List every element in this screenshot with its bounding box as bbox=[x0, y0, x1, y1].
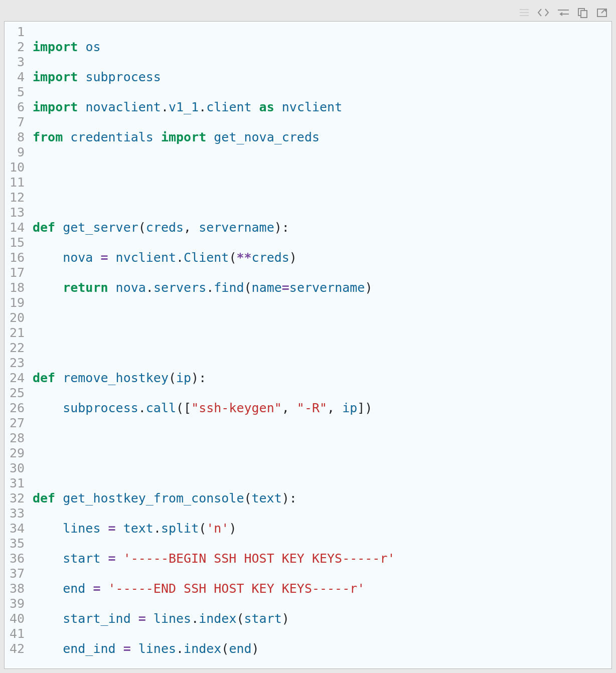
code-icon[interactable] bbox=[537, 7, 550, 18]
line-number: 9 bbox=[8, 145, 25, 160]
menu-icon[interactable] bbox=[519, 7, 530, 18]
code-line bbox=[33, 160, 531, 175]
line-number: 11 bbox=[8, 175, 25, 190]
code-line: return nova.servers.find(name=servername… bbox=[33, 280, 531, 295]
line-number: 16 bbox=[8, 250, 25, 265]
svg-line-8 bbox=[601, 9, 605, 13]
code-line: nova = nvclient.Client(**creds) bbox=[33, 250, 531, 265]
line-number: 14 bbox=[8, 220, 25, 235]
line-number: 38 bbox=[8, 581, 25, 596]
code-line bbox=[33, 431, 531, 446]
line-number: 3 bbox=[8, 55, 25, 70]
code-line: def get_server(creds, servername): bbox=[33, 220, 531, 235]
line-number: 41 bbox=[8, 626, 25, 641]
svg-rect-6 bbox=[581, 11, 587, 18]
code-line bbox=[33, 461, 531, 476]
code-line: from credentials import get_nova_creds bbox=[33, 130, 531, 145]
line-number: 26 bbox=[8, 401, 25, 416]
line-number: 37 bbox=[8, 566, 25, 581]
line-number: 5 bbox=[8, 85, 25, 100]
code-line: import novaclient.v1_1.client as nvclien… bbox=[33, 100, 531, 115]
line-number: 22 bbox=[8, 341, 25, 356]
code-area[interactable]: import os import subprocess import novac… bbox=[30, 25, 531, 669]
popout-icon[interactable] bbox=[596, 7, 608, 18]
line-number: 28 bbox=[8, 431, 25, 446]
line-gutter: 1234567891011121314151617181920212223242… bbox=[5, 25, 30, 669]
code-line bbox=[33, 341, 531, 356]
code-line: def remove_hostkey(ip): bbox=[33, 371, 531, 386]
code-line: start = '-----BEGIN SSH HOST KEY KEYS---… bbox=[33, 551, 531, 566]
toolbar bbox=[4, 4, 612, 21]
line-number: 4 bbox=[8, 70, 25, 85]
wrap-icon[interactable] bbox=[557, 7, 570, 18]
code-panel: 1234567891011121314151617181920212223242… bbox=[4, 21, 612, 669]
code-line: lines = text.split('n') bbox=[33, 521, 531, 536]
code-line bbox=[33, 310, 531, 325]
line-number: 33 bbox=[8, 506, 25, 521]
line-number: 27 bbox=[8, 416, 25, 431]
code-line: subprocess.call(["ssh-keygen", "-R", ip]… bbox=[33, 401, 531, 416]
line-number: 19 bbox=[8, 295, 25, 310]
line-number: 31 bbox=[8, 476, 25, 491]
editor-frame: 1234567891011121314151617181920212223242… bbox=[0, 0, 616, 673]
line-number: 29 bbox=[8, 446, 25, 461]
line-number: 8 bbox=[8, 130, 25, 145]
line-number: 18 bbox=[8, 280, 25, 295]
code-line: end_ind = lines.index(end) bbox=[33, 641, 531, 656]
code-line: import os bbox=[33, 40, 531, 55]
line-number: 34 bbox=[8, 521, 25, 536]
line-number: 20 bbox=[8, 310, 25, 325]
line-number: 10 bbox=[8, 160, 25, 175]
line-number: 36 bbox=[8, 551, 25, 566]
line-number: 2 bbox=[8, 40, 25, 55]
line-number: 30 bbox=[8, 461, 25, 476]
line-number: 39 bbox=[8, 596, 25, 611]
copy-icon[interactable] bbox=[577, 7, 589, 18]
line-number: 7 bbox=[8, 115, 25, 130]
line-number: 23 bbox=[8, 356, 25, 371]
line-number: 13 bbox=[8, 205, 25, 220]
code-line: end = '-----END SSH HOST KEY KEYS-----r' bbox=[33, 581, 531, 596]
line-number: 6 bbox=[8, 100, 25, 115]
line-number: 15 bbox=[8, 235, 25, 250]
code-line: start_ind = lines.index(start) bbox=[33, 611, 531, 626]
line-number: 32 bbox=[8, 491, 25, 506]
code-line: import subprocess bbox=[33, 70, 531, 85]
line-number: 40 bbox=[8, 611, 25, 626]
line-number: 25 bbox=[8, 386, 25, 401]
line-number: 21 bbox=[8, 325, 25, 341]
code-line bbox=[33, 190, 531, 205]
line-number: 17 bbox=[8, 265, 25, 280]
line-number: 42 bbox=[8, 641, 25, 656]
code-line: def get_hostkey_from_console(text): bbox=[33, 491, 531, 506]
line-number: 1 bbox=[8, 25, 25, 40]
line-number: 12 bbox=[8, 190, 25, 205]
line-number: 24 bbox=[8, 371, 25, 386]
line-number: 35 bbox=[8, 536, 25, 551]
